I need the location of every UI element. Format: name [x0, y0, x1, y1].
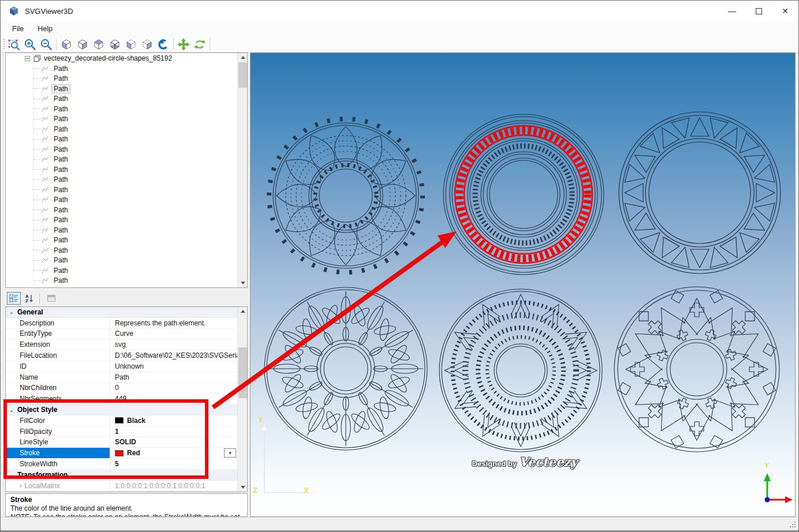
property-row-linestyle[interactable]: LineStyleSOLID: [6, 437, 237, 448]
path-icon: [42, 65, 48, 72]
path-icon: [42, 186, 48, 193]
minimize-button[interactable]: —: [719, 1, 745, 21]
tree-root-item[interactable]: vecteezy_decorated-circle-shapes_85192: [6, 53, 237, 63]
property-value[interactable]: 449: [110, 394, 237, 404]
orbit-button[interactable]: [192, 37, 208, 52]
tree-item-path[interactable]: Path: [6, 235, 237, 246]
property-value[interactable]: 1: [110, 426, 237, 437]
scroll-up-arrow[interactable]: [238, 307, 248, 316]
tree-item-path[interactable]: Path: [6, 104, 237, 114]
property-row-extension[interactable]: Extensionsvg: [6, 339, 237, 350]
property-row-nbrchildren[interactable]: NbrChildren0: [6, 383, 237, 394]
view-back-button[interactable]: [139, 37, 155, 52]
category-collapse-icon[interactable]: ⌄: [6, 407, 17, 413]
zoom-in-button[interactable]: [22, 37, 38, 52]
property-value[interactable]: svg: [110, 339, 237, 350]
property-value[interactable]: Red: [110, 448, 237, 458]
property-row-entitytype[interactable]: EntityTypeCurve: [6, 329, 237, 340]
property-grid: ⌄GeneralDescriptionRepresents the path e…: [5, 306, 248, 492]
tree-item-path[interactable]: Path: [6, 134, 237, 145]
category-header-general[interactable]: ⌄General: [6, 307, 237, 318]
tree-item-path[interactable]: Path: [6, 124, 237, 134]
property-value[interactable]: Curve: [110, 329, 237, 339]
tree-item-path[interactable]: Path: [6, 185, 237, 195]
scroll-thumb[interactable]: [238, 62, 247, 88]
maximize-button[interactable]: [745, 1, 772, 21]
stroke-dropdown-button[interactable]: ▾: [224, 448, 236, 458]
scroll-down-arrow[interactable]: [238, 279, 248, 287]
tree-item-path[interactable]: Path: [6, 94, 237, 104]
property-row-name[interactable]: NamePath: [6, 372, 237, 383]
property-row-fillopacity[interactable]: FillOpacity1: [6, 426, 237, 437]
view-isometric-button[interactable]: [58, 37, 74, 52]
tree-item-path[interactable]: Path: [6, 276, 237, 286]
tree-item-path[interactable]: Path: [6, 144, 237, 155]
property-value[interactable]: Black: [110, 415, 237, 426]
tree-item-path[interactable]: Path: [6, 205, 237, 215]
property-value[interactable]: D:\06_Software\02_KES\2023\SVGSerial: [110, 350, 237, 361]
scroll-up-arrow[interactable]: [238, 53, 248, 62]
property-scrollbar[interactable]: [237, 307, 247, 492]
property-pages-button[interactable]: [44, 292, 58, 305]
path-icon: [42, 115, 48, 122]
property-value[interactable]: 0: [110, 383, 237, 394]
property-row-stroke[interactable]: StrokeRed▾: [6, 448, 237, 459]
property-row-fillcolor[interactable]: FillColorBlack: [6, 415, 237, 426]
property-value[interactable]: 5: [110, 459, 237, 469]
property-row-description[interactable]: DescriptionRepresents the path element.: [6, 318, 237, 329]
resize-grip[interactable]: [789, 521, 796, 528]
tree-item-label: Path: [52, 267, 70, 275]
toolbar-separator: [210, 39, 210, 50]
tree-item-path[interactable]: Path: [6, 114, 237, 125]
viewport-3d[interactable]: Designed by Vecteezy Y Z X Y X: [250, 53, 796, 517]
tree-item-path[interactable]: Path: [6, 84, 237, 94]
tree-item-path[interactable]: Path: [6, 215, 237, 226]
sort-alphabetical-button[interactable]: A Z: [23, 292, 36, 305]
scroll-down-arrow[interactable]: [238, 483, 248, 492]
property-value[interactable]: 1:0:0:0:0:1:0:0:0:0:1:0:0:0:0:1: [110, 481, 237, 491]
tree-item-label: Path: [52, 155, 70, 163]
view-right-button[interactable]: [74, 37, 91, 52]
zoom-out-button[interactable]: [38, 37, 54, 52]
property-row-nbrsegments[interactable]: NbrSegments449: [6, 394, 237, 404]
property-name: FillColor: [6, 415, 110, 426]
view-bottom-button[interactable]: [107, 37, 123, 52]
tree-item-path[interactable]: Path: [6, 74, 237, 84]
pan-button[interactable]: [176, 37, 192, 52]
tree-item-path[interactable]: Path: [6, 265, 237, 276]
tree-item-path[interactable]: Path: [6, 225, 237, 235]
tree-item-path[interactable]: Path: [6, 245, 237, 256]
property-row-id[interactable]: IDUnknown: [6, 361, 237, 372]
view-top-button[interactable]: [91, 37, 107, 52]
property-name: StrokeWidth: [6, 459, 110, 469]
tree-item-path[interactable]: Path: [6, 175, 237, 185]
tree-scrollbar[interactable]: [237, 53, 247, 287]
property-value[interactable]: SOLID: [110, 437, 237, 448]
category-header-object-style[interactable]: ⌄Object Style: [6, 404, 237, 415]
zoom-region-button[interactable]: [6, 37, 22, 52]
property-value[interactable]: Unknown: [110, 361, 237, 372]
property-value[interactable]: Path: [110, 372, 237, 383]
expander-icon[interactable]: ›: [20, 482, 21, 489]
category-collapse-icon[interactable]: ⌄: [6, 309, 17, 315]
property-row-strokewidth[interactable]: StrokeWidth5: [6, 459, 237, 470]
property-value[interactable]: Represents the path element.: [110, 318, 237, 328]
categorized-view-button[interactable]: [7, 292, 21, 305]
tree-item-path[interactable]: Path: [6, 63, 237, 74]
category-collapse-icon[interactable]: ⌄: [6, 471, 17, 478]
menu-file[interactable]: File: [5, 21, 31, 36]
menu-help[interactable]: Help: [31, 21, 59, 36]
tree-item-path[interactable]: Path: [6, 195, 237, 205]
tree-item-path[interactable]: Path: [6, 164, 237, 175]
tree-item-path[interactable]: Path: [6, 256, 237, 266]
tree-connector: [33, 280, 40, 281]
close-button[interactable]: ✕: [772, 1, 798, 21]
view-left-button[interactable]: [123, 37, 139, 52]
reset-view-button[interactable]: [155, 37, 171, 52]
tree-collapse-icon[interactable]: [25, 56, 30, 61]
tree-item-path[interactable]: Path: [6, 155, 237, 165]
category-header-transformation[interactable]: ⌄Transformation: [6, 470, 237, 481]
property-row-localmatrix[interactable]: ›LocalMatrix1:0:0:0:0:1:0:0:0:0:1:0:0:0:…: [6, 481, 237, 492]
scroll-thumb[interactable]: [238, 347, 247, 398]
property-row-filelocation[interactable]: FileLocationD:\06_Software\02_KES\2023\S…: [6, 350, 237, 361]
